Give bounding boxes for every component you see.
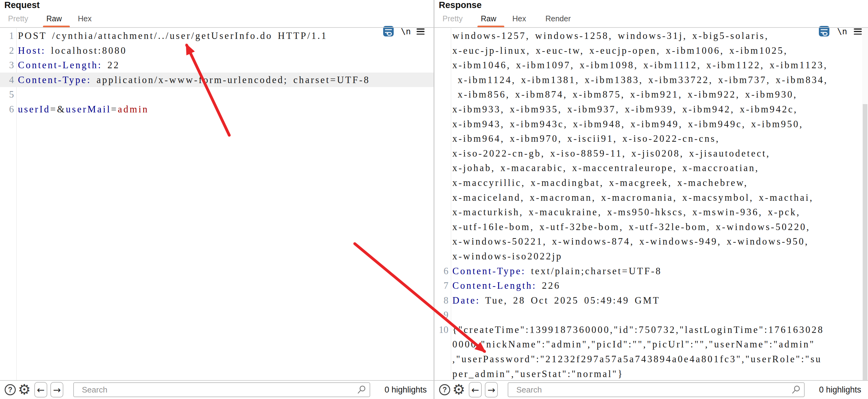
help-icon[interactable]: ? <box>5 384 16 395</box>
burp-message-viewer: { "colors": { "accent-orange": "#ec6b3f"… <box>0 0 868 399</box>
gear-icon[interactable]: ⚙ <box>453 380 465 398</box>
highlights-count: 0 highlights <box>819 385 861 395</box>
line-number: 9 <box>434 308 448 323</box>
request-raw-editor[interactable]: 1POST /cynthia/attachment/../user/getUse… <box>0 28 434 380</box>
code-line: 1POST /cynthia/attachment/../user/getUse… <box>0 28 434 43</box>
line-number: 3 <box>0 58 14 73</box>
code-line: 6userId=&userMail=admin <box>0 102 434 117</box>
line-number: 7 <box>434 278 448 293</box>
response-panel: Response Pretty Raw Hex Render \n window… <box>434 0 868 399</box>
request-search-bar: ? ⚙ ← → 0 highlights <box>0 380 434 399</box>
code-line: x-maciceland, x-macroman, x-macromania, … <box>434 190 868 205</box>
prev-match-button[interactable]: ← <box>469 382 482 397</box>
prev-match-button[interactable]: ← <box>34 382 47 397</box>
request-panel: Request Pretty Raw Hex \n 1POST /cynthia… <box>0 0 434 399</box>
search-input[interactable] <box>508 382 805 397</box>
tab-response-hex[interactable]: Hex <box>512 14 526 23</box>
tab-response-render[interactable]: Render <box>546 14 571 23</box>
line-number: 1 <box>0 28 14 43</box>
help-icon[interactable]: ? <box>439 384 450 395</box>
line-number: 6 <box>0 102 14 117</box>
code-line: x-utf-16le-bom, x-utf-32be-bom, x-utf-32… <box>434 220 868 234</box>
code-line: 4Content-Type: application/x-www-form-ur… <box>0 73 434 88</box>
response-panel-title: Response <box>439 0 482 10</box>
scrollbar-thumb[interactable] <box>863 104 867 380</box>
code-line: x-euc-jp-linux, x-euc-tw, x-eucjp-open, … <box>434 43 868 58</box>
search-input[interactable] <box>73 382 370 397</box>
code-line: 6Content-Type: text/plain;charset=UTF-8 <box>434 264 868 278</box>
code-line: 7Content-Length: 226 <box>434 278 868 293</box>
code-line: 8Date: Tue, 28 Oct 2025 05:49:49 GMT <box>434 293 868 308</box>
line-number: 5 <box>0 87 14 102</box>
line-number: 4 <box>0 73 14 88</box>
line-number: 10 <box>434 323 448 337</box>
code-line: 9 <box>434 308 868 323</box>
code-line: x-maccyrillic, x-macdingbat, x-macgreek,… <box>434 175 868 190</box>
highlights-count: 0 highlights <box>384 385 427 395</box>
search-icon <box>792 385 801 394</box>
search-icon <box>357 385 366 394</box>
next-match-button[interactable]: → <box>50 382 63 397</box>
tab-request-raw[interactable]: Raw <box>46 14 62 23</box>
code-line: x-johab, x-macarabic, x-maccentraleurope… <box>434 161 868 175</box>
code-line: x-macturkish, x-macukraine, x-ms950-hksc… <box>434 205 868 220</box>
code-line: x-ibm933, x-ibm935, x-ibm937, x-ibm939, … <box>434 102 868 117</box>
response-raw-editor[interactable]: windows-1257, windows-1258, windows-31j,… <box>434 28 868 380</box>
code-line: x-ibm964, x-ibm970, x-iscii91, x-iso-202… <box>434 131 868 146</box>
line-number: 8 <box>434 293 448 308</box>
gear-icon[interactable]: ⚙ <box>18 380 31 398</box>
code-line: 0000,"nickName":"admin","picId":"","picU… <box>434 337 868 352</box>
next-match-button[interactable]: → <box>485 382 498 397</box>
code-line: x-ibm1046, x-ibm1097, x-ibm1098, x-ibm11… <box>434 58 868 73</box>
tab-response-pretty[interactable]: Pretty <box>442 14 463 23</box>
code-line: windows-1257, windows-1258, windows-31j,… <box>434 28 868 43</box>
code-line: x-ibm943, x-ibm943c, x-ibm948, x-ibm949,… <box>434 117 868 132</box>
code-line: x-ibm856, x-ibm874, x-ibm875, x-ibm921, … <box>434 87 868 102</box>
code-line: 5 <box>0 87 434 102</box>
line-number: 2 <box>0 43 14 58</box>
code-line: ,"userPassword":"21232f297a57a5a743894a0… <box>434 352 868 367</box>
tab-request-pretty[interactable]: Pretty <box>8 14 28 23</box>
tab-request-hex[interactable]: Hex <box>78 14 91 23</box>
scrollbar-track <box>862 28 868 380</box>
tab-response-raw[interactable]: Raw <box>481 14 496 23</box>
code-line: x-windows-iso2022jp <box>434 249 868 264</box>
code-line: 3Content-Length: 22 <box>0 58 434 73</box>
response-tab-row: Pretty Raw Hex Render \n <box>434 12 868 27</box>
line-number: 6 <box>434 264 448 278</box>
request-tab-row: Pretty Raw Hex \n <box>0 12 434 27</box>
code-line: per_admin","userStat":"normal"} <box>434 367 868 380</box>
response-search-bar: ? ⚙ ← → 0 highlights <box>434 380 868 399</box>
code-line: x-windows-50221, x-windows-874, x-window… <box>434 234 868 249</box>
code-line: 2Host: localhost:8080 <box>0 43 434 58</box>
code-line: 10{"createTime":1399187360000,"id":75073… <box>434 323 868 337</box>
code-line: x-ibm1124, x-ibm1381, x-ibm1383, x-ibm33… <box>434 73 868 88</box>
code-line: x-iso-2022-cn-gb, x-iso-8859-11, x-jis02… <box>434 146 868 161</box>
request-panel-title: Request <box>4 0 39 10</box>
